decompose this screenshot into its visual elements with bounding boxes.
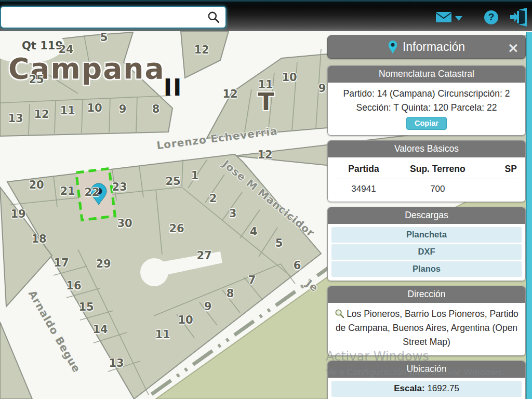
valores-cell: [482, 184, 519, 194]
section-ubicacion: Ubicación Escala: 1692.75Latitud: -34.25…: [327, 361, 526, 399]
valores-cell: 34941: [334, 184, 393, 194]
section-direccion: Dirección Los Pioneros, Barrio Los Pione…: [327, 286, 526, 356]
section-descargas: Descargas PlanchetaDXFPlanos: [327, 207, 526, 281]
panel-title-bar: Información ×: [327, 35, 526, 59]
copy-button[interactable]: Copiar: [406, 117, 447, 130]
section-valores: Valores Básicos PartidaSup. TerrenoSP 34…: [327, 140, 526, 202]
panel-title: Información: [403, 40, 465, 54]
descargas-list: PlanchetaDXFPlanos: [328, 224, 525, 281]
ubicacion-list: Escala: 1692.75Latitud: -34.25314: [328, 378, 525, 399]
valores-table: PartidaSup. TerrenoSP 34941700: [328, 157, 525, 202]
close-icon[interactable]: ×: [507, 40, 519, 54]
ubicacion-value: 1692.75: [427, 383, 459, 393]
section-header: Descargas: [328, 207, 525, 224]
search-box[interactable]: [0, 6, 227, 29]
section-header: Ubicación: [328, 361, 525, 378]
ubicacion-row: Escala: 1692.75: [331, 381, 522, 397]
download-link-planos[interactable]: Planos: [331, 261, 522, 277]
exit-door-icon: [509, 7, 530, 28]
pin-icon: [388, 41, 397, 54]
valores-cell: 700: [393, 184, 482, 194]
search-input[interactable]: [1, 7, 207, 28]
ubicacion-label: Escala:: [394, 383, 427, 393]
section-header: Nomenclatura Catastral: [328, 66, 525, 83]
section-nomenclatura: Nomenclatura Catastral Partido: 14 (Camp…: [327, 65, 526, 136]
nomenclatura-line1: Partido: 14 (Campana) Circunscripción: 2: [333, 87, 520, 101]
top-toolbar: ?: [0, 0, 532, 31]
help-button[interactable]: ?: [484, 2, 498, 33]
info-panel: Información × Nomenclatura Catastral Par…: [327, 35, 526, 399]
download-link-dxf[interactable]: DXF: [331, 244, 522, 260]
nomenclatura-line2: Sección: T Quinta: 120 Parcela: 22: [333, 101, 520, 115]
app-window: Qt 119 Campana IIT Lorenzo EcheverriaJos…: [0, 0, 532, 399]
valores-header-row: PartidaSup. TerrenoSP: [334, 161, 519, 179]
valores-col-header: Sup. Terreno: [393, 164, 482, 175]
direccion-text: Los Pioneros, Barrio Los Pioneros, Parti…: [336, 309, 518, 347]
valores-data-row: 34941700: [334, 179, 519, 196]
valores-col-header: Partida: [334, 164, 393, 175]
chevron-down-icon: [455, 16, 462, 21]
logout-button[interactable]: [509, 2, 530, 33]
mail-menu-button[interactable]: [435, 2, 462, 33]
section-header: Valores Básicos: [328, 141, 525, 157]
panel-scrollbar[interactable]: [526, 32, 532, 399]
help-icon: ?: [484, 10, 498, 24]
valores-col-header: SP: [482, 164, 519, 175]
search-icon[interactable]: [207, 10, 220, 24]
download-link-plancheta[interactable]: Plancheta: [331, 227, 522, 243]
magnifier-icon[interactable]: [335, 309, 344, 318]
mail-icon: [435, 11, 452, 23]
section-header: Dirección: [328, 286, 525, 303]
